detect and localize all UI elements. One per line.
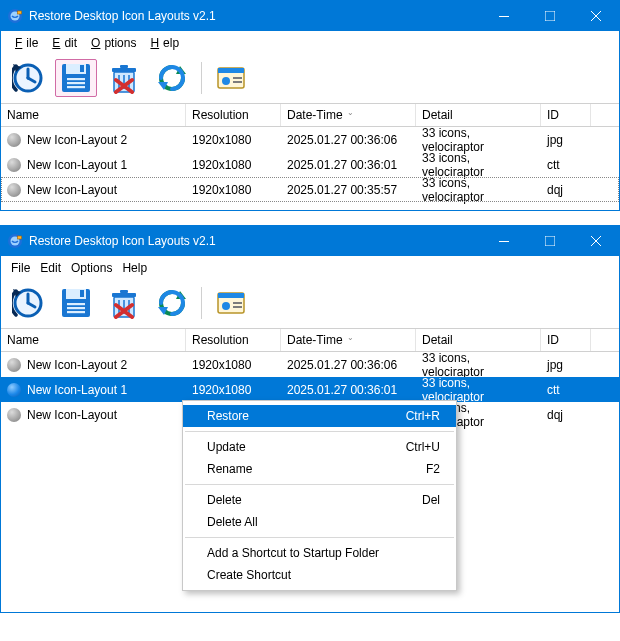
window-controls (481, 1, 619, 31)
row-icon (7, 158, 21, 172)
badge-tool-button[interactable] (210, 59, 252, 97)
restore-tool-button[interactable] (7, 284, 49, 322)
window-top: Restore Desktop Icon Layouts v2.1 File E… (0, 0, 620, 211)
save-tool-button[interactable] (55, 284, 97, 322)
row-icon (7, 408, 21, 422)
column-detail[interactable]: Detail (416, 329, 541, 351)
menubar: File Edit Options Help (1, 256, 619, 280)
table-row[interactable]: New Icon-Layout 2 1920x1080 2025.01.27 0… (1, 127, 619, 152)
delete-tool-button[interactable] (103, 59, 145, 97)
app-icon (7, 233, 23, 249)
column-datetime[interactable]: Date-Time⌄ (281, 329, 416, 351)
column-detail[interactable]: Detail (416, 104, 541, 126)
ctx-separator (185, 484, 454, 485)
menu-help[interactable]: Help (142, 34, 183, 52)
grid-body: New Icon-Layout 2 1920x1080 2025.01.27 0… (1, 352, 619, 612)
grid-header: Name Resolution Date-Time⌄ Detail ID (1, 328, 619, 352)
column-resolution[interactable]: Resolution (186, 104, 281, 126)
menu-options[interactable]: Options (67, 259, 116, 277)
column-id[interactable]: ID (541, 104, 591, 126)
column-name[interactable]: Name (1, 329, 186, 351)
grid-body: New Icon-Layout 2 1920x1080 2025.01.27 0… (1, 127, 619, 210)
window-bottom: Restore Desktop Icon Layouts v2.1 File E… (0, 225, 620, 613)
menu-help[interactable]: Help (118, 259, 151, 277)
row-icon (7, 383, 21, 397)
menu-file[interactable]: File (7, 259, 34, 277)
ctx-separator (185, 431, 454, 432)
restore-tool-button[interactable] (7, 59, 49, 97)
toolbar-separator (201, 287, 202, 319)
app-icon (7, 8, 23, 24)
menu-options[interactable]: Options (83, 34, 140, 52)
menu-edit[interactable]: Edit (36, 259, 65, 277)
delete-tool-button[interactable] (103, 284, 145, 322)
titlebar[interactable]: Restore Desktop Icon Layouts v2.1 (1, 1, 619, 31)
ctx-delete-all[interactable]: Delete All (183, 511, 456, 533)
menu-edit[interactable]: Edit (44, 34, 81, 52)
column-resolution[interactable]: Resolution (186, 329, 281, 351)
sort-indicator-icon: ⌄ (347, 333, 354, 342)
titlebar[interactable]: Restore Desktop Icon Layouts v2.1 (1, 226, 619, 256)
sort-indicator-icon: ⌄ (347, 108, 354, 117)
ctx-rename[interactable]: Rename F2 (183, 458, 456, 480)
row-icon (7, 183, 21, 197)
column-datetime[interactable]: Date-Time⌄ (281, 104, 416, 126)
table-row[interactable]: New Icon-Layout 1 1920x1080 2025.01.27 0… (1, 152, 619, 177)
ctx-separator (185, 537, 454, 538)
table-row[interactable]: New Icon-Layout 1920x1080 2025.01.27 00:… (1, 177, 619, 202)
ctx-delete[interactable]: Delete Del (183, 489, 456, 511)
refresh-tool-button[interactable] (151, 59, 193, 97)
minimize-button[interactable] (481, 226, 527, 256)
toolbar-separator (201, 62, 202, 94)
refresh-tool-button[interactable] (151, 284, 193, 322)
grid-header: Name Resolution Date-Time⌄ Detail ID (1, 103, 619, 127)
column-name[interactable]: Name (1, 104, 186, 126)
maximize-button[interactable] (527, 226, 573, 256)
ctx-startup-shortcut[interactable]: Add a Shortcut to Startup Folder (183, 542, 456, 564)
close-button[interactable] (573, 226, 619, 256)
close-button[interactable] (573, 1, 619, 31)
window-title: Restore Desktop Icon Layouts v2.1 (29, 9, 481, 23)
maximize-button[interactable] (527, 1, 573, 31)
toolbar (1, 280, 619, 328)
column-id[interactable]: ID (541, 329, 591, 351)
ctx-restore[interactable]: Restore Ctrl+R (183, 405, 456, 427)
badge-tool-button[interactable] (210, 284, 252, 322)
context-menu: Restore Ctrl+R Update Ctrl+U Rename F2 D… (182, 400, 457, 591)
table-row[interactable]: New Icon-Layout 2 1920x1080 2025.01.27 0… (1, 352, 619, 377)
menu-file[interactable]: File (7, 34, 42, 52)
row-icon (7, 133, 21, 147)
save-tool-button[interactable] (55, 59, 97, 97)
toolbar (1, 55, 619, 103)
window-controls (481, 226, 619, 256)
ctx-create-shortcut[interactable]: Create Shortcut (183, 564, 456, 586)
minimize-button[interactable] (481, 1, 527, 31)
row-icon (7, 358, 21, 372)
window-title: Restore Desktop Icon Layouts v2.1 (29, 234, 481, 248)
table-row[interactable]: New Icon-Layout 1 1920x1080 2025.01.27 0… (1, 377, 619, 402)
ctx-update[interactable]: Update Ctrl+U (183, 436, 456, 458)
menubar: File Edit Options Help (1, 31, 619, 55)
